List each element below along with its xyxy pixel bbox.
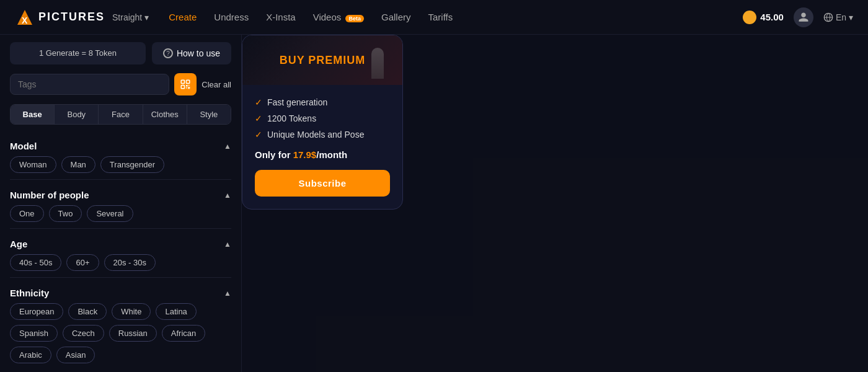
tag-czech[interactable]: Czech: [63, 325, 104, 342]
tab-body[interactable]: Body: [55, 105, 99, 124]
mode-label: Straight: [112, 12, 142, 22]
feature-list: ✓ Fast generation ✓ 1200 Tokens ✓ Unique…: [255, 97, 390, 140]
content-area: BUY PREMIUM ✓ Fast generation ✓ 1200 Tok…: [242, 35, 868, 372]
tab-base[interactable]: Base: [11, 105, 55, 124]
section-ethnicity-title: Ethnicity: [10, 288, 49, 298]
svg-rect-3: [182, 80, 185, 83]
how-to-use-label: How to use: [177, 48, 220, 58]
price-amount: 17.9$: [293, 149, 317, 160]
tag-arabic[interactable]: Arabic: [10, 347, 51, 363]
token-balance: 45.00: [743, 11, 784, 24]
token-info: 1 Generate = 8 Token: [10, 42, 146, 64]
sidebar: 1 Generate = 8 Token ? How to use Clear …: [0, 35, 242, 372]
feature-text-2: Unique Models and Pose: [267, 130, 364, 140]
tag-white[interactable]: White: [112, 303, 151, 320]
header-right: 45.00 En ▾: [743, 7, 853, 27]
check-icon-2: ✓: [255, 130, 262, 140]
ethnicity-chevron-icon: ▲: [224, 289, 231, 298]
nav-videos[interactable]: Videos Beta: [313, 12, 364, 22]
section-model: Model ▲ Woman Man Transgender: [10, 135, 231, 180]
how-to-use-button[interactable]: ? How to use: [152, 42, 231, 64]
tab-face[interactable]: Face: [99, 105, 143, 124]
language-selector[interactable]: En ▾: [823, 12, 853, 22]
language-label: En: [836, 12, 846, 22]
chevron-down-icon: ▾: [144, 12, 149, 22]
tag-60plus[interactable]: 60+: [66, 254, 99, 271]
section-number-of-people: Number of people ▲ One Two Several: [10, 184, 231, 229]
premium-banner: BUY PREMIUM: [242, 35, 402, 85]
logo[interactable]: X PICTURES: [15, 7, 105, 27]
tags-input[interactable]: [10, 74, 169, 95]
tag-two[interactable]: Two: [49, 205, 82, 222]
subscribe-button[interactable]: Subscribe: [255, 170, 390, 197]
premium-card: BUY PREMIUM ✓ Fast generation ✓ 1200 Tok…: [242, 35, 403, 210]
clear-all-button[interactable]: Clear all: [202, 80, 231, 89]
tag-several[interactable]: Several: [87, 205, 133, 222]
logo-text: PICTURES: [38, 11, 105, 24]
feature-text-0: Fast generation: [267, 97, 327, 107]
section-age: Age ▲ 40s - 50s 60+ 20s - 30s: [10, 232, 231, 278]
coin-icon: [743, 11, 756, 24]
age-divider: [10, 277, 231, 278]
tag-man[interactable]: Man: [61, 156, 95, 173]
people-divider: [10, 228, 231, 229]
feature-text-1: 1200 Tokens: [267, 113, 316, 123]
tab-clothes[interactable]: Clothes: [143, 105, 187, 124]
tag-latina[interactable]: Latina: [156, 303, 196, 320]
section-age-title: Age: [10, 239, 27, 249]
tag-black[interactable]: Black: [68, 303, 107, 320]
section-model-header[interactable]: Model ▲: [10, 135, 231, 156]
section-ethnicity-header[interactable]: Ethnicity ▲: [10, 281, 231, 303]
check-icon-1: ✓: [255, 113, 262, 123]
svg-rect-4: [187, 80, 190, 83]
people-tags: One Two Several: [10, 205, 231, 228]
age-tags: 40s - 50s 60+ 20s - 30s: [10, 254, 231, 277]
section-people-header[interactable]: Number of people ▲: [10, 184, 231, 205]
tags-row: Clear all: [10, 73, 231, 95]
feature-item-2: ✓ Unique Models and Pose: [255, 130, 390, 140]
svg-text:X: X: [22, 16, 28, 25]
scan-button[interactable]: [174, 73, 197, 95]
price-suffix: /month: [316, 149, 347, 160]
top-actions: 1 Generate = 8 Token ? How to use: [10, 42, 231, 64]
tag-russian[interactable]: Russian: [109, 325, 157, 342]
feature-item-0: ✓ Fast generation: [255, 97, 390, 107]
nav-tariffs[interactable]: Tariffs: [428, 12, 453, 22]
token-amount: 45.00: [760, 12, 784, 22]
scan-icon: [180, 79, 191, 90]
nav-xinsta[interactable]: X-Insta: [266, 12, 296, 22]
logo-icon: X: [15, 7, 35, 27]
tag-spanish[interactable]: Spanish: [10, 325, 58, 342]
nav-gallery[interactable]: Gallery: [381, 12, 411, 22]
age-chevron-icon: ▲: [224, 240, 231, 249]
mode-selector[interactable]: Straight ▾: [112, 12, 149, 22]
lang-chevron-icon: ▾: [849, 12, 853, 22]
section-age-header[interactable]: Age ▲: [10, 232, 231, 254]
price-prefix: Only for: [255, 149, 293, 160]
nav-undress[interactable]: Undress: [214, 12, 249, 22]
premium-overlay: BUY PREMIUM ✓ Fast generation ✓ 1200 Tok…: [242, 35, 868, 372]
section-people-title: Number of people: [10, 190, 89, 200]
model-tags: Woman Man Transgender: [10, 156, 231, 179]
nav-create[interactable]: Create: [169, 12, 197, 22]
header: X PICTURES Straight ▾ Create Undress X-I…: [0, 0, 868, 35]
beta-badge: Beta: [345, 15, 364, 22]
tag-asian[interactable]: Asian: [56, 347, 95, 363]
main-nav: Create Undress X-Insta Videos Beta Galle…: [169, 12, 743, 22]
premium-banner-text: BUY PREMIUM: [280, 54, 366, 67]
tag-40s-50s[interactable]: 40s - 50s: [10, 254, 61, 271]
user-icon: [798, 12, 809, 23]
category-tabs: Base Body Face Clothes Style: [10, 104, 231, 125]
tag-african[interactable]: African: [162, 325, 205, 342]
user-avatar[interactable]: [794, 7, 813, 27]
tag-transgender[interactable]: Transgender: [100, 156, 164, 173]
tag-20s-30s[interactable]: 20s - 30s: [104, 254, 156, 271]
tag-european[interactable]: European: [10, 303, 63, 320]
help-icon: ?: [163, 48, 173, 58]
feature-item-1: ✓ 1200 Tokens: [255, 113, 390, 123]
tag-woman[interactable]: Woman: [10, 156, 56, 173]
check-icon-0: ✓: [255, 97, 262, 107]
model-chevron-icon: ▲: [224, 142, 231, 151]
tab-style[interactable]: Style: [187, 105, 231, 124]
tag-one[interactable]: One: [10, 205, 44, 222]
